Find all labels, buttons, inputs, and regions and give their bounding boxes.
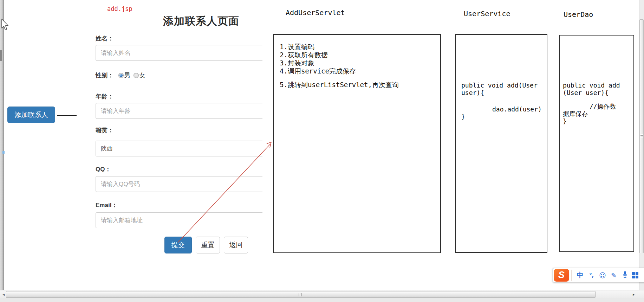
name-input[interactable] (96, 45, 262, 61)
dao-box (559, 35, 634, 252)
gender-radio-female[interactable] (134, 73, 139, 78)
dao-code: public void add (User user){ //操作数 据库保存 … (563, 82, 632, 125)
native-place-label: 籍贯： (96, 126, 113, 134)
jsp-file-annotation: add.jsp (107, 5, 132, 12)
microphone-icon[interactable] (620, 271, 630, 279)
service-box (455, 34, 547, 253)
whiteboard-canvas: add.jsp 添加联系人页面 姓名： 性别： 男 女 年龄： 籍贯： QQ： … (0, 0, 644, 302)
age-input[interactable] (96, 103, 262, 119)
scrollbar-grip (640, 134, 643, 137)
service-code: public void add(User user){ dao.add(user… (461, 82, 545, 120)
servlet-step: 4.调用service完成保存 (280, 67, 399, 75)
servlet-step: 2.获取所有数据 (280, 51, 399, 59)
servlet-steps: 1.设置编码 2.获取所有数据 3.封装对象 4.调用service完成保存 5… (280, 43, 399, 89)
bottom-window-strip (0, 298, 644, 302)
submit-button[interactable]: 提交 (164, 237, 192, 253)
qq-label: QQ： (96, 165, 111, 173)
chinese-english-toggle-icon[interactable]: 中 (575, 271, 585, 280)
sogou-logo-icon[interactable]: S (554, 269, 569, 282)
email-label: Email： (96, 201, 117, 209)
code-line: dao.add(user) (461, 105, 545, 113)
email-input[interactable] (96, 212, 262, 228)
ime-toolbar: S 中 °‚ ☺ ✎ (553, 268, 644, 282)
connector-line (57, 115, 77, 116)
code-line: (User user){ (563, 89, 632, 96)
back-button[interactable]: 返回 (224, 237, 248, 253)
ime-divider (571, 270, 572, 281)
ime-menu-grid-icon[interactable] (632, 272, 638, 278)
handwriting-pen-icon[interactable]: ✎ (609, 271, 618, 279)
servlet-box-title: AddUserServlet (286, 8, 345, 17)
scroll-right-arrow-icon[interactable]: ► (631, 291, 637, 298)
left-scrollbar-thumb[interactable] (0, 50, 2, 61)
gender-field: 性别： 男 女 (96, 71, 149, 80)
gender-option-male[interactable]: 男 (124, 71, 130, 79)
code-line: } (563, 117, 632, 125)
name-label: 姓名： (96, 34, 113, 43)
gender-option-female[interactable]: 女 (139, 71, 145, 79)
native-place-input[interactable] (96, 141, 262, 156)
code-line: //操作数 (563, 103, 632, 110)
page-title: 添加联系人页面 (163, 14, 239, 28)
qq-input[interactable] (96, 176, 262, 192)
servlet-step: 5.跳转到userListServlet,再次查询 (280, 81, 399, 89)
age-label: 年龄： (96, 92, 113, 101)
service-box-title: UserService (464, 9, 510, 18)
code-line: public void add(User (461, 82, 545, 89)
code-line: } (461, 113, 545, 120)
code-line: 据库保存 (563, 110, 632, 117)
servlet-step: 1.设置编码 (280, 43, 399, 51)
punctuation-icon[interactable]: °‚ (587, 272, 596, 278)
reset-button[interactable]: 重置 (196, 237, 220, 253)
scrollbar-grip (299, 293, 302, 296)
add-contact-button[interactable]: 添加联系人 (7, 107, 55, 123)
scroll-left-arrow-icon[interactable]: ◄ (1, 291, 6, 298)
gender-radio-male[interactable] (118, 73, 124, 78)
servlet-step: 3.封装对象 (280, 59, 399, 67)
left-window-edge (0, 0, 4, 290)
emoji-icon[interactable]: ☺ (598, 271, 607, 279)
code-line: public void add (563, 82, 632, 89)
dao-box-title: UserDao (564, 10, 593, 19)
gender-label: 性别： (96, 71, 113, 79)
left-edge-blue-marker (2, 151, 5, 154)
horizontal-scrollbar-thumb[interactable] (6, 291, 596, 298)
horizontal-scrollbar[interactable]: ◄ ► (0, 290, 644, 298)
code-line: user){ (461, 89, 545, 96)
